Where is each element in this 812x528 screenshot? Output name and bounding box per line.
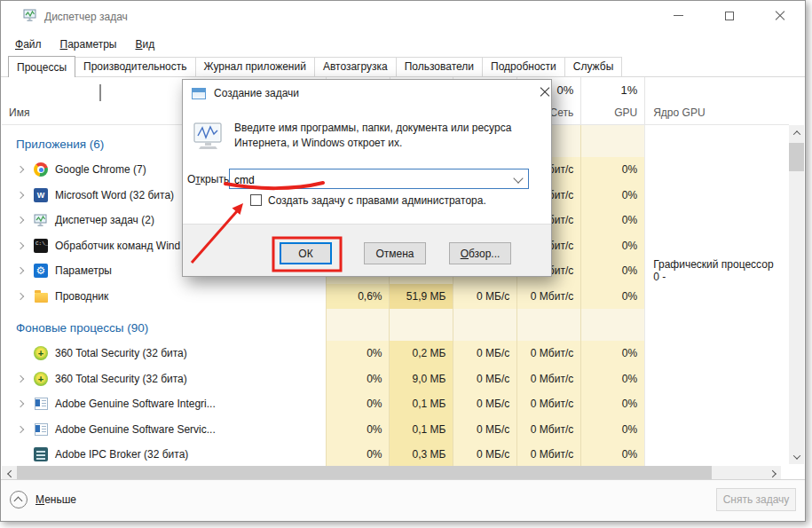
table-row[interactable]: Adobe IPC Broker (32 бита) 0%0,3 МБ0 МБ/… (2, 442, 789, 468)
dialog-title: Создание задачи (214, 87, 299, 99)
column-header-gpu[interactable]: 1%GPU (580, 77, 644, 124)
chevron-right-icon (769, 469, 776, 477)
open-label: Открыть: (187, 173, 232, 185)
minimize-button[interactable] (653, 1, 704, 30)
cancel-button[interactable]: Отмена (364, 242, 426, 264)
vertical-scrollbar-thumb[interactable] (789, 143, 804, 171)
chevron-right-icon[interactable] (16, 266, 25, 275)
window-title: Диспетчер задач (44, 11, 128, 23)
tab-details[interactable]: Подробности (482, 57, 565, 76)
tab-users[interactable]: Пользователи (396, 57, 483, 76)
minimize-icon (674, 15, 683, 16)
open-input[interactable] (230, 169, 509, 188)
chevron-up-icon (99, 84, 101, 101)
chevron-right-icon[interactable] (16, 191, 25, 200)
tab-services[interactable]: Службы (564, 57, 622, 76)
task-manager-icon (34, 213, 48, 227)
table-row[interactable]: Adobe Genuine Software Integri... 0%0,1 … (2, 391, 789, 417)
menu-file[interactable]: Файл (15, 38, 42, 51)
chevron-down-icon[interactable] (513, 173, 523, 183)
chevron-placeholder (16, 349, 25, 358)
chevron-up-circle-icon (10, 491, 28, 508)
table-row[interactable]: +360 Total Security (32 бита) 0%0,2 МБ0 … (2, 341, 789, 366)
collapse-all-button[interactable] (99, 86, 114, 97)
status-bar: Меньше Снять задачу (1, 479, 805, 521)
adobe-ipc-icon (34, 447, 48, 461)
360-security-icon: + (34, 372, 48, 386)
open-combobox[interactable] (229, 169, 529, 189)
column-header-name-label: Имя (9, 106, 29, 119)
table-row[interactable]: Проводник 0,6%51,9 МБ0 МБ/с0 Мбит/с0% (2, 284, 789, 310)
screen: Диспетчер задач Файл Параметры Вид Проце… (0, 0, 812, 528)
tab-processes[interactable]: Процессы (8, 56, 75, 77)
chevron-up-icon (792, 130, 800, 138)
dialog-window-icon (192, 88, 206, 99)
menu-view[interactable]: Вид (135, 38, 154, 51)
cmd-icon: C:\_ (34, 239, 48, 253)
tab-startup[interactable]: Автозагрузка (314, 57, 397, 76)
menu-bar: Файл Параметры Вид (1, 33, 805, 56)
menu-options[interactable]: Параметры (60, 38, 117, 51)
360-security-icon: + (34, 346, 48, 360)
admin-rights-label[interactable]: Создать задачу с правами администратора. (268, 194, 486, 207)
group-row-background[interactable]: Фоновые процессы (90) (2, 309, 789, 341)
fewer-details-button[interactable]: Меньше (10, 491, 76, 508)
maximize-icon (725, 12, 734, 20)
column-header-gpu-engine[interactable]: Ядро GPU (644, 77, 789, 124)
adobe-doc-icon (34, 422, 48, 437)
scroll-up-button[interactable] (789, 125, 804, 140)
chevron-right-icon[interactable] (16, 292, 25, 301)
vertical-scrollbar[interactable] (789, 125, 804, 464)
chevron-down-icon (792, 452, 800, 459)
adobe-doc-icon (34, 397, 48, 411)
tab-app-history[interactable]: Журнал приложений (195, 57, 315, 76)
close-button[interactable] (754, 1, 805, 30)
chevron-right-icon[interactable] (16, 216, 25, 225)
admin-rights-checkbox[interactable] (250, 194, 262, 206)
browse-button[interactable]: Обзор... (449, 242, 511, 264)
chevron-right-icon[interactable] (16, 165, 25, 174)
caption-buttons (653, 1, 805, 30)
ok-button[interactable]: ОК (280, 242, 332, 264)
annotation-arrowhead (233, 203, 244, 215)
maximize-button[interactable] (704, 1, 754, 30)
tab-bar: Процессы Производительность Журнал прило… (1, 56, 805, 77)
chevron-right-icon[interactable] (16, 399, 25, 408)
tab-performance[interactable]: Производительность (75, 57, 195, 76)
chevron-right-icon[interactable] (16, 425, 25, 434)
settings-icon: ⚙ (34, 264, 48, 278)
chevron-placeholder (16, 450, 25, 459)
word-icon: W (34, 188, 48, 202)
title-bar: Диспетчер задач (1, 1, 805, 33)
dialog-description: Введите имя программы, папки, документа … (234, 121, 511, 151)
end-task-button[interactable]: Снять задачу (716, 488, 796, 511)
chevron-left-icon (7, 469, 14, 477)
dialog-footer: ОК Отмена Обзор... (183, 224, 551, 276)
chrome-icon (34, 162, 48, 177)
chevron-right-icon[interactable] (16, 241, 25, 250)
table-row[interactable]: +360 Total Security (32 бита) 0%9,0 МБ0 … (2, 366, 789, 392)
task-manager-app-icon (23, 9, 37, 26)
dialog-title-bar: Создание задачи (183, 80, 551, 106)
run-dialog-monitor-icon (193, 122, 226, 156)
folder-icon (34, 289, 48, 303)
scroll-down-button[interactable] (789, 449, 804, 464)
chevron-right-icon[interactable] (16, 374, 25, 383)
create-task-dialog: Создание задачи Введите имя программы, п… (182, 79, 552, 277)
close-icon (775, 11, 785, 21)
task-manager-window: Диспетчер задач Файл Параметры Вид Проце… (0, 0, 806, 522)
table-row[interactable]: Adobe Genuine Software Servic... 0%0,1 М… (2, 417, 789, 443)
